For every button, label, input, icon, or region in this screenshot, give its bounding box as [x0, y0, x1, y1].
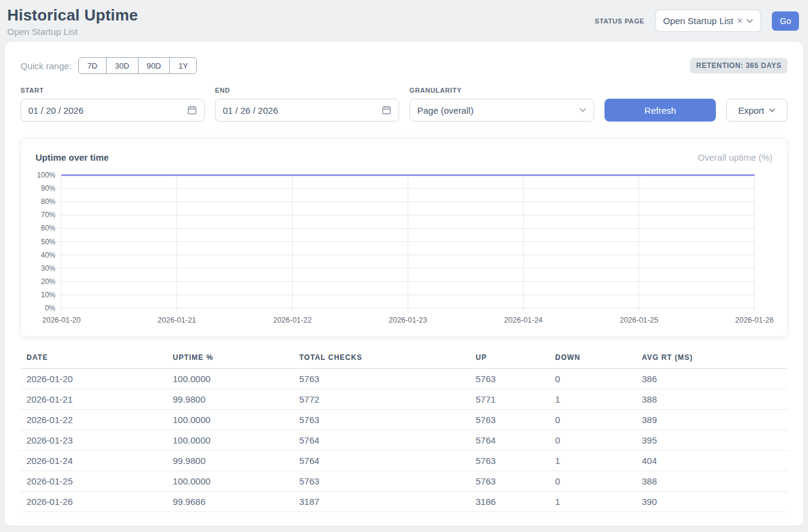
table-cell: 99.9800: [167, 451, 293, 471]
chevron-down-icon: [746, 19, 753, 23]
filter-row: START 01 / 20 / 2026 END 01 / 26 / 2026: [20, 87, 788, 122]
table-cell: 1: [549, 389, 636, 410]
svg-text:40%: 40%: [41, 251, 55, 259]
svg-text:10%: 10%: [41, 291, 55, 299]
svg-text:2026-01-23: 2026-01-23: [389, 316, 427, 324]
table-cell: 100.0000: [167, 471, 293, 492]
start-date-input[interactable]: 01 / 20 / 2026: [20, 99, 205, 122]
table-cell: 100.0000: [167, 410, 293, 430]
table-cell: 2026-01-20: [20, 369, 167, 389]
table-cell: 5772: [293, 389, 470, 410]
table-cell: 0: [549, 430, 636, 451]
go-button[interactable]: Go: [772, 11, 799, 31]
retention-badge: RETENTION: 365 DAYS: [690, 58, 788, 73]
svg-text:50%: 50%: [41, 238, 55, 246]
calendar-icon[interactable]: [382, 105, 391, 115]
svg-text:60%: 60%: [41, 224, 55, 232]
quick-range-label: Quick range:: [20, 61, 72, 71]
column-header: UP: [470, 351, 549, 369]
chart-title: Uptime over time: [36, 152, 109, 162]
refresh-button[interactable]: Refresh: [604, 99, 716, 122]
chart-legend: Overall uptime (%): [698, 152, 772, 162]
table-cell: 5763: [470, 471, 549, 492]
table-cell: 2026-01-23: [20, 430, 167, 451]
chevron-down-icon: [579, 108, 586, 113]
svg-text:70%: 70%: [41, 211, 55, 219]
table-cell: 5764: [293, 430, 470, 451]
quick-range-7d-button[interactable]: 7D: [78, 57, 107, 74]
svg-text:0%: 0%: [45, 304, 56, 312]
table-cell: 2026-01-21: [20, 389, 167, 410]
table-cell: 2026-01-26: [20, 492, 167, 512]
quick-range-1y-button[interactable]: 1Y: [169, 57, 197, 74]
table-cell: 0: [549, 410, 636, 430]
column-header: AVG RT (MS): [636, 351, 788, 369]
quick-range-row: Quick range: 7D30D90D1Y RETENTION: 365 D…: [20, 57, 788, 74]
table-cell: 0: [549, 369, 636, 389]
status-page-label: STATUS PAGE: [595, 17, 644, 25]
uptime-table: DATEUPTIME %TOTAL CHECKSUPDOWNAVG RT (MS…: [20, 351, 788, 512]
table-cell: 390: [636, 492, 788, 512]
column-header: TOTAL CHECKS: [293, 351, 470, 369]
quick-range-30d-button[interactable]: 30D: [106, 57, 138, 74]
status-page-select[interactable]: Open Startup List ×: [655, 10, 761, 32]
table-cell: 5771: [470, 389, 549, 410]
table-cell: 0: [549, 471, 636, 492]
table-row: 2026-01-20100.0000576357630386: [20, 369, 788, 389]
table-cell: 2026-01-25: [20, 471, 167, 492]
table-cell: 2026-01-24: [20, 451, 167, 471]
table-cell: 5764: [293, 451, 470, 471]
table-cell: 3186: [470, 492, 549, 512]
table-cell: 5763: [470, 451, 549, 471]
chart-header: Uptime over time Overall uptime (%): [36, 152, 772, 162]
column-header: DATE: [20, 351, 167, 369]
table-cell: 99.9800: [167, 389, 293, 410]
table-cell: 3187: [293, 492, 470, 512]
table-cell: 1: [549, 492, 636, 512]
export-button[interactable]: Export: [726, 99, 788, 122]
granularity-select[interactable]: Page (overall): [409, 99, 594, 122]
end-date-input[interactable]: 01 / 26 / 2026: [215, 99, 399, 122]
table-cell: 395: [636, 430, 788, 451]
table-cell: 389: [636, 410, 788, 430]
svg-text:2026-01-21: 2026-01-21: [158, 316, 196, 324]
table-row: 2026-01-25100.0000576357630388: [20, 471, 788, 492]
table-row: 2026-01-2199.9800577257711388: [20, 389, 788, 410]
export-label: Export: [738, 105, 764, 116]
page-header: Historical Uptime Open Startup List STAT…: [0, 0, 808, 42]
table-cell: 404: [636, 451, 788, 471]
column-header: UPTIME %: [167, 351, 293, 369]
main-panel: Quick range: 7D30D90D1Y RETENTION: 365 D…: [5, 42, 803, 526]
calendar-icon[interactable]: [187, 105, 197, 115]
svg-text:2026-01-26: 2026-01-26: [735, 316, 774, 324]
table-cell: 99.9686: [167, 492, 293, 512]
svg-text:80%: 80%: [41, 197, 55, 206]
granularity-value: Page (overall): [417, 105, 473, 116]
svg-text:2026-01-20: 2026-01-20: [42, 316, 81, 324]
start-date-field: START 01 / 20 / 2026: [20, 87, 205, 122]
table-cell: 1: [549, 451, 636, 471]
quick-range-90d-button[interactable]: 90D: [138, 57, 170, 74]
table-row: 2026-01-22100.0000576357630389: [20, 410, 788, 430]
header-right: STATUS PAGE Open Startup List × Go: [595, 10, 799, 32]
granularity-label: GRANULARITY: [409, 87, 594, 94]
svg-text:2026-01-22: 2026-01-22: [273, 316, 312, 324]
table-row: 2026-01-2699.9686318731861390: [20, 492, 788, 512]
svg-text:20%: 20%: [41, 277, 55, 286]
clear-icon[interactable]: ×: [737, 16, 742, 26]
table-cell: 5763: [293, 410, 470, 430]
page-title: Historical Uptime: [7, 6, 138, 25]
table-cell: 388: [636, 389, 788, 410]
end-date-field: END 01 / 26 / 2026: [215, 87, 399, 122]
table-row: 2026-01-23100.0000576457640395: [20, 430, 788, 451]
svg-text:30%: 30%: [41, 264, 55, 273]
table-header: DATEUPTIME %TOTAL CHECKSUPDOWNAVG RT (MS…: [20, 351, 788, 369]
granularity-field: GRANULARITY Page (overall): [409, 87, 594, 122]
table-cell: 5763: [470, 369, 549, 389]
title-block: Historical Uptime Open Startup List: [7, 6, 138, 37]
start-label: START: [20, 87, 205, 94]
table-cell: 386: [636, 369, 788, 389]
svg-text:100%: 100%: [37, 171, 55, 179]
table-cell: 100.0000: [167, 369, 293, 389]
chart-card: Uptime over time Overall uptime (%) 0%10…: [20, 138, 788, 337]
